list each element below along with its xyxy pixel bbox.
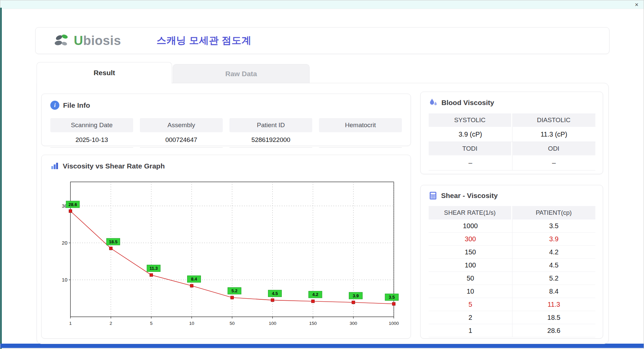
bv-value-odi: –	[512, 155, 596, 170]
field-label: Scanning Date	[50, 118, 133, 132]
graph-title: Viscosity vs Shear Rate Graph	[63, 162, 165, 170]
cell-patient: 3.5	[512, 219, 596, 232]
file-info-title: File Info	[63, 101, 90, 109]
ubiosis-logo: Ubiosis	[54, 33, 121, 48]
viscosity-chart: 1020301251050100150300100028.618.511.38.…	[54, 178, 399, 329]
field-value: 000724647	[140, 132, 223, 148]
cell-shear-rate: 1000	[429, 219, 512, 232]
cell-patient: 4.5	[512, 259, 596, 271]
svg-text:10: 10	[189, 321, 194, 326]
window-left-edge	[0, 8, 2, 349]
svg-text:3.9: 3.9	[353, 293, 359, 298]
svg-text:1: 1	[69, 321, 72, 326]
table-row: 10 8.4	[429, 285, 595, 298]
field-label: Patient ID	[229, 118, 312, 132]
cell-shear-rate: 150	[429, 246, 512, 258]
svg-text:100: 100	[269, 321, 276, 326]
field-label: Assembly	[140, 118, 223, 132]
cell-shear-rate: 5	[429, 298, 512, 311]
svg-text:3.5: 3.5	[389, 295, 395, 300]
cell-shear-rate: 10	[429, 285, 512, 298]
table-row: 150 4.2	[429, 246, 595, 259]
page-title: 스캐닝 모세관 점도계	[157, 34, 252, 47]
svg-text:5: 5	[150, 321, 153, 326]
table-row: 100 4.5	[429, 259, 595, 272]
bv-header-systolic: SYSTOLIC	[429, 113, 512, 127]
cell-patient: 18.5	[512, 311, 596, 324]
cell-shear-rate: 100	[429, 259, 512, 271]
file-info-fields: Scanning Date 2025-10-13 Assembly 000724…	[50, 118, 402, 148]
graph-card: Viscosity vs Shear Rate Graph 1020301251…	[41, 155, 411, 339]
field-value: 52861922000	[229, 132, 312, 148]
bv-value-diastolic: 11.3 (cP)	[512, 127, 596, 142]
shear-viscosity-table: SHEAR RATE(1/s) PATIENT(cp) 1000 3.5 300…	[429, 206, 595, 337]
bv-header-odi: ODI	[512, 142, 596, 155]
file-info-card: i File Info Scanning Date 2025-10-13 Ass…	[41, 94, 411, 146]
bv-value-systolic: 3.9 (cP)	[429, 127, 512, 142]
svg-text:50: 50	[229, 321, 234, 326]
svg-text:8.4: 8.4	[191, 277, 197, 282]
calculator-icon	[429, 191, 437, 200]
leaf-logo-icon	[54, 33, 71, 48]
file-info-header: i File Info	[50, 101, 90, 110]
droplets-icon	[429, 98, 438, 107]
column-header-patient: PATIENT(cp)	[512, 206, 596, 219]
window-bottom-bar	[0, 344, 644, 348]
info-icon: i	[50, 101, 59, 110]
bv-header-diastolic: DIASTOLIC	[512, 113, 596, 127]
table-row: 1000 3.5	[429, 219, 595, 233]
cell-patient: 3.9	[512, 233, 596, 245]
svg-text:1000: 1000	[389, 321, 399, 326]
svg-text:10: 10	[62, 277, 67, 283]
svg-text:300: 300	[350, 321, 357, 326]
shear-viscosity-card: Shear - Viscosity SHEAR RATE(1/s) PATIEN…	[420, 185, 603, 339]
tab-raw-data[interactable]: Raw Data	[173, 64, 310, 84]
svg-text:18.5: 18.5	[109, 239, 117, 244]
header-card: Ubiosis 스캐닝 모세관 점도계	[35, 27, 609, 54]
blood-viscosity-header: Blood Viscosity	[429, 98, 494, 107]
cell-patient: 4.2	[512, 246, 596, 258]
logo-text: Ubiosis	[74, 34, 121, 48]
svg-text:4.5: 4.5	[272, 291, 278, 296]
table-header: SHEAR RATE(1/s) PATIENT(cp)	[429, 206, 595, 219]
app-window: { "window": { "close_glyph": "×" }, "ico…	[0, 0, 644, 349]
bar-chart-icon	[50, 162, 59, 170]
tab-result[interactable]: Result	[37, 62, 172, 84]
cell-shear-rate: 300	[429, 233, 512, 245]
blood-viscosity-grid: SYSTOLIC DIASTOLIC 3.9 (cP) 11.3 (cP) TO…	[429, 113, 595, 170]
cell-patient: 11.3	[512, 298, 596, 311]
table-row: 2 18.5	[429, 311, 595, 324]
svg-text:150: 150	[309, 321, 317, 326]
svg-text:20: 20	[62, 240, 67, 246]
shear-viscosity-header: Shear - Viscosity	[429, 191, 498, 200]
bv-header-todi: TODI	[429, 142, 512, 155]
field-value: 2025-10-13	[50, 132, 133, 148]
bv-value-todi: –	[429, 155, 512, 170]
svg-text:11.3: 11.3	[150, 266, 158, 271]
cell-patient: 5.2	[512, 272, 596, 285]
blood-viscosity-card: Blood Viscosity SYSTOLIC DIASTOLIC 3.9 (…	[420, 92, 603, 174]
svg-text:2: 2	[110, 321, 112, 326]
cell-shear-rate: 1	[429, 324, 512, 337]
field-scanning-date: Scanning Date 2025-10-13	[50, 118, 133, 148]
field-label: Hematocrit	[319, 118, 402, 132]
graph-header: Viscosity vs Shear Rate Graph	[50, 162, 165, 170]
cell-shear-rate: 2	[429, 311, 512, 324]
svg-text:5.2: 5.2	[231, 288, 237, 293]
close-icon[interactable]: ×	[633, 1, 640, 8]
table-row: 5 11.3	[429, 298, 595, 311]
shear-viscosity-title: Shear - Viscosity	[441, 192, 498, 200]
cell-shear-rate: 50	[429, 272, 512, 285]
cell-patient: 28.6	[512, 324, 596, 337]
table-row: 50 5.2	[429, 272, 595, 285]
svg-text:4.2: 4.2	[312, 292, 318, 297]
field-hematocrit: Hematocrit	[319, 118, 402, 148]
field-patient-id: Patient ID 52861922000	[229, 118, 312, 148]
column-header-shear-rate: SHEAR RATE(1/s)	[429, 206, 512, 219]
table-row: 300 3.9	[429, 233, 595, 246]
cell-patient: 8.4	[512, 285, 596, 298]
titlebar[interactable]: ×	[0, 0, 644, 9]
table-row: 1 28.6	[429, 324, 595, 337]
svg-text:28.6: 28.6	[68, 202, 77, 207]
field-value	[319, 132, 402, 148]
